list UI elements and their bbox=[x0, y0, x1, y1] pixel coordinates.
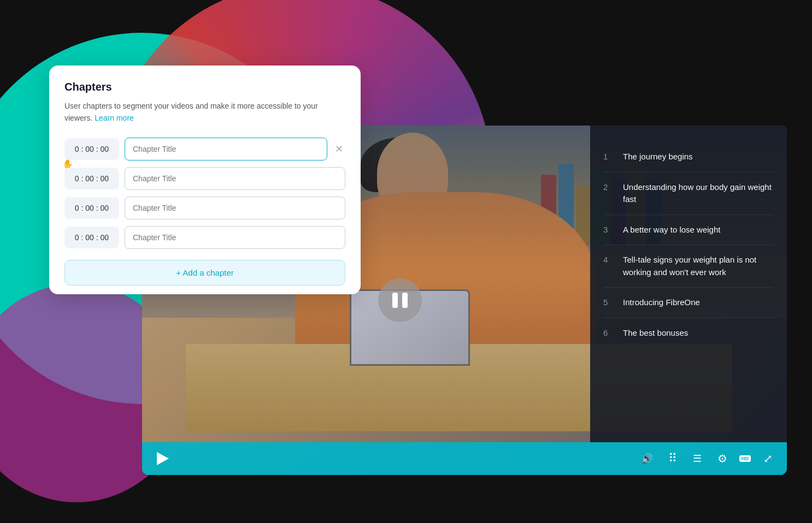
chapter-row: ✕✋ bbox=[64, 138, 345, 161]
chapter-title-input[interactable] bbox=[125, 226, 345, 249]
time-input[interactable] bbox=[64, 168, 119, 189]
chapter-title-text: A better way to lose weight bbox=[623, 224, 720, 236]
chapter-number: 2 bbox=[603, 181, 614, 192]
video-controls: 🔊 ⠿ ☰ ⚙ HD ⤢ bbox=[142, 442, 787, 475]
hd-badge: HD bbox=[739, 455, 751, 462]
chapter-list-item[interactable]: 3A better way to lose weight bbox=[603, 215, 774, 246]
chapter-number: 3 bbox=[603, 224, 614, 234]
chapter-list-item[interactable]: 6The best bonuses bbox=[603, 318, 774, 348]
quality-dots-icon[interactable]: ⠿ bbox=[664, 450, 680, 467]
chapter-title-text: Understanding how our body gain weight f… bbox=[623, 181, 774, 206]
chapter-number: 6 bbox=[603, 327, 614, 337]
chapter-row bbox=[64, 167, 345, 190]
chapter-title-input[interactable] bbox=[125, 197, 345, 219]
add-chapter-button[interactable]: + Add a chapter bbox=[64, 260, 345, 286]
panel-title: Chapters bbox=[64, 81, 345, 93]
chapter-row bbox=[64, 226, 345, 249]
chapters-sidebar: 1The journey begins2Understanding how ou… bbox=[590, 126, 787, 442]
fullscreen-icon[interactable]: ⤢ bbox=[760, 450, 776, 467]
chapter-list-item[interactable]: 2Understanding how our body gain weight … bbox=[603, 173, 774, 215]
settings-icon[interactable]: ⚙ bbox=[714, 450, 731, 467]
chapter-title-text: The journey begins bbox=[623, 151, 693, 163]
remove-chapter-button[interactable]: ✕ bbox=[333, 142, 345, 156]
time-input[interactable] bbox=[64, 197, 119, 219]
chapter-title-text: Tell-tale signs your weight plan is not … bbox=[623, 254, 774, 278]
play-button[interactable] bbox=[153, 449, 173, 468]
chapters-panel: Chapters User chapters to segment your v… bbox=[49, 66, 361, 294]
learn-more-link[interactable]: Learn more bbox=[95, 114, 134, 122]
chapter-list-item[interactable]: 5Introducing FibreOne bbox=[603, 288, 774, 318]
volume-icon[interactable]: 🔊 bbox=[639, 450, 655, 467]
chapter-number: 5 bbox=[603, 296, 614, 307]
chapter-number: 4 bbox=[603, 254, 614, 264]
chapters-list-icon[interactable]: ☰ bbox=[689, 450, 705, 467]
panel-description: User chapters to segment your videos and… bbox=[64, 100, 345, 124]
chapter-row bbox=[64, 197, 345, 219]
pause-button[interactable] bbox=[378, 278, 422, 322]
chapter-title-input[interactable] bbox=[125, 138, 327, 161]
chapter-title-text: Introducing FibreOne bbox=[623, 296, 700, 309]
chapter-list-item[interactable]: 4Tell-tale signs your weight plan is not… bbox=[603, 245, 774, 288]
pause-icon bbox=[392, 293, 408, 308]
chapter-rows: ✕✋ bbox=[64, 138, 345, 249]
chapter-title-text: The best bonuses bbox=[623, 327, 688, 340]
chapter-list-item[interactable]: 1The journey begins bbox=[603, 142, 774, 173]
time-input[interactable] bbox=[64, 138, 119, 160]
chapter-number: 1 bbox=[603, 151, 614, 161]
time-input[interactable] bbox=[64, 227, 119, 248]
chapter-title-input[interactable] bbox=[125, 167, 345, 190]
